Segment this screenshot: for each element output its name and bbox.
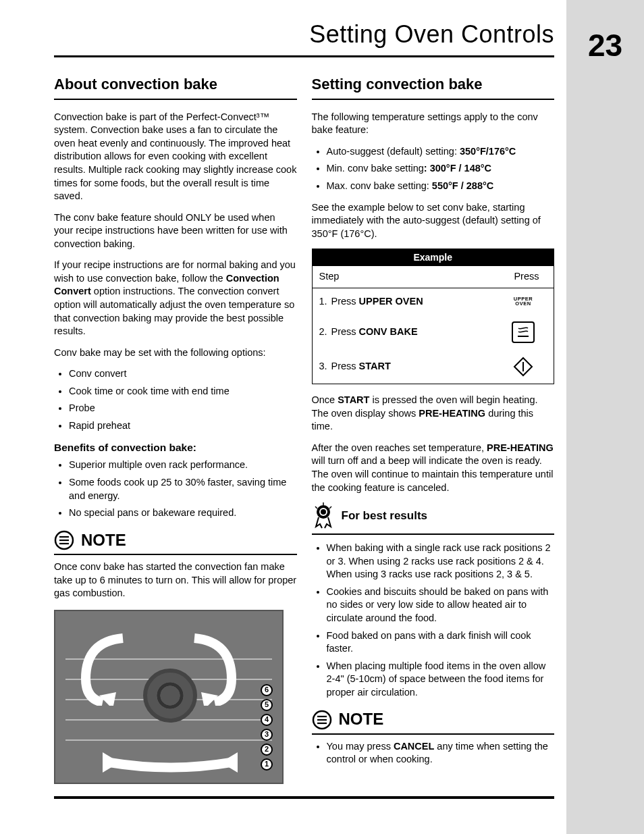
benefit-item: No special pans or bakeware required.	[69, 506, 297, 520]
setting-val: 550°F / 288°C	[432, 180, 493, 191]
setting-item: Max. conv bake setting: 550°F / 288°C	[327, 180, 555, 193]
rack-label: 2	[261, 744, 273, 756]
setting-pre: Auto-suggest (default) setting:	[327, 146, 460, 157]
table-row: 3. Press START	[313, 350, 554, 384]
title-rule	[54, 55, 554, 57]
about-p3: If your recipe instructions are for norm…	[54, 259, 297, 338]
step-pre: Press	[331, 326, 359, 337]
after-start-p1: Once START is pressed the oven will begi…	[312, 394, 555, 434]
setting-item: Min. conv bake setting: 300°F / 148°C	[327, 162, 555, 176]
setting-val: 350°F/176°C	[460, 146, 516, 157]
see-example: See the example below to set conv bake, …	[312, 201, 555, 241]
rack-label: 6	[261, 684, 273, 696]
best-item: Cookies and biscuits should be baked on …	[327, 585, 555, 625]
note-box-right: NOTE You may press CANCEL any time when …	[312, 708, 555, 766]
option-item: Conv convert	[69, 367, 297, 381]
after-start-p2: After the oven reaches set temperature, …	[312, 442, 555, 494]
txt: START	[338, 394, 369, 405]
start-icon	[500, 357, 547, 377]
about-p4: Conv bake may be set with the following …	[54, 346, 297, 360]
ribbon-icon	[312, 502, 335, 529]
note-box-left: NOTE Once conv bake has started the conv…	[54, 529, 297, 600]
upper-oven-icon: UPPEROVEN	[514, 296, 533, 307]
about-p1: Convection bake is part of the Perfect-C…	[54, 111, 297, 203]
option-item: Rapid preheat	[69, 419, 297, 433]
table-row: 2. Press CONV BAKE	[313, 315, 554, 350]
content: Setting Oven Controls About convection b…	[0, 0, 566, 834]
svg-line-16	[315, 506, 317, 509]
txt: After the oven reaches set temperature,	[312, 442, 487, 453]
setting-item: Auto-suggest (default) setting: 350°F/17…	[327, 145, 555, 159]
right-column: Setting convection bake The following te…	[312, 74, 555, 784]
left-column: About convection bake Convection bake is…	[54, 74, 297, 784]
rack-label: 4	[261, 714, 273, 726]
benefits-heading: Benefits of convection bake:	[54, 441, 297, 455]
airflow-arrow-icon	[181, 631, 242, 706]
airflow-arrow-icon	[76, 631, 136, 706]
table-row: 1. Press UPPER OVEN UPPEROVEN	[313, 288, 554, 315]
about-p2: The conv bake feature should ONLY be use…	[54, 211, 297, 251]
benefit-item: Some foods cook up 25 to 30% faster, sav…	[69, 476, 297, 502]
rack-label: 5	[261, 699, 273, 711]
best-results-box: For best results When baking with a sing…	[312, 502, 555, 699]
txt: You may press	[327, 741, 394, 752]
txt: PRE-HEATING	[487, 442, 554, 453]
note-label: NOTE	[339, 708, 384, 730]
setting-intro: The following temperature settings apply…	[312, 111, 555, 137]
best-item: When placing multiple food items in the …	[327, 660, 555, 700]
step-strong: UPPER OVEN	[359, 296, 423, 307]
step-strong: CONV BAKE	[359, 326, 418, 337]
txt: CANCEL	[394, 741, 434, 752]
setting-pre: Max. conv bake setting:	[327, 180, 432, 191]
step-num: 1.	[319, 295, 331, 309]
table-col-step: Step	[313, 266, 500, 288]
options-list: Conv convert Cook time or cook time with…	[54, 367, 297, 432]
option-item: Cook time or cook time with end time	[69, 385, 297, 398]
note-icon	[312, 710, 332, 730]
step-num: 2.	[319, 325, 331, 339]
note-list-right: You may press CANCEL any time when setti…	[312, 740, 555, 766]
note-label: NOTE	[81, 529, 126, 551]
conv-bake-icon	[512, 321, 535, 343]
best-item: Food baked on pans with a dark finish wi…	[327, 629, 555, 656]
svg-line-15	[329, 506, 331, 509]
bottom-rule	[54, 796, 554, 799]
table-header: Example	[313, 249, 554, 266]
note-item: You may press CANCEL any time when setti…	[327, 740, 555, 766]
setting-pre: Min. conv bake setting	[327, 163, 424, 174]
rack-label: 1	[261, 758, 273, 771]
page-number: 23	[588, 27, 622, 63]
page: Setting Oven Controls About convection b…	[0, 0, 644, 834]
note-text-left: Once conv bake has started the convectio…	[54, 561, 297, 600]
step-pre: Press	[331, 361, 359, 371]
setting-heading: Setting convection bake	[312, 74, 555, 100]
svg-marker-6	[103, 752, 119, 773]
page-title: Setting Oven Controls	[309, 20, 554, 49]
table-col-press: Press	[500, 266, 554, 288]
best-results-label: For best results	[342, 509, 428, 524]
setting-val: : 300°F / 148°C	[424, 163, 491, 174]
txt: PRE-HEATING	[419, 408, 485, 419]
svg-marker-7	[221, 752, 238, 773]
step-num: 3.	[319, 360, 331, 373]
best-item: When baking with a single rack use rack …	[327, 542, 555, 581]
best-results-list: When baking with a single rack use rack …	[312, 542, 555, 699]
step-pre: Press	[331, 296, 359, 307]
about-heading: About convection bake	[54, 74, 297, 100]
step-strong: START	[359, 361, 391, 371]
txt: Once	[312, 394, 338, 405]
settings-list: Auto-suggest (default) setting: 350°F/17…	[312, 145, 555, 193]
benefits-list: Superior multiple oven rack performance.…	[54, 459, 297, 519]
sidebar: 23	[566, 0, 644, 834]
example-table: Example Step Press 1. Press UPPER OVEN U…	[312, 249, 555, 384]
svg-point-13	[321, 509, 326, 515]
airflow-arrow-icon	[96, 735, 244, 776]
rack-label: 3	[261, 729, 273, 741]
oven-diagram: 6 5 4 3 2 1	[54, 610, 284, 784]
option-item: Probe	[69, 402, 297, 415]
benefit-item: Superior multiple oven rack performance.	[69, 459, 297, 472]
note-icon	[54, 530, 74, 550]
txt: will turn off and a beep will indicate t…	[312, 455, 554, 492]
